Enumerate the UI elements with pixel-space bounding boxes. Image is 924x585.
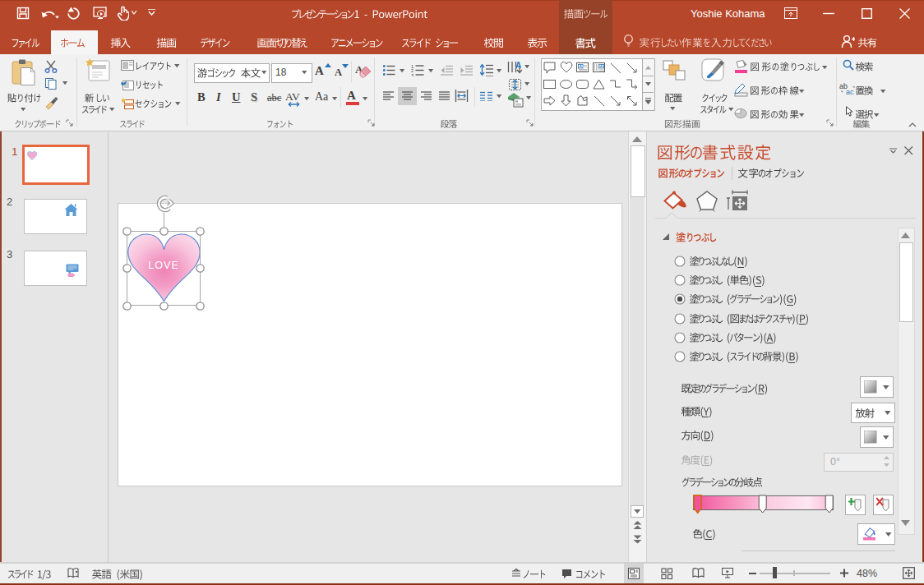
svg-text:A: A xyxy=(515,61,521,70)
svg-text:3: 3 xyxy=(411,73,413,77)
svg-text:ac: ac xyxy=(846,88,854,95)
